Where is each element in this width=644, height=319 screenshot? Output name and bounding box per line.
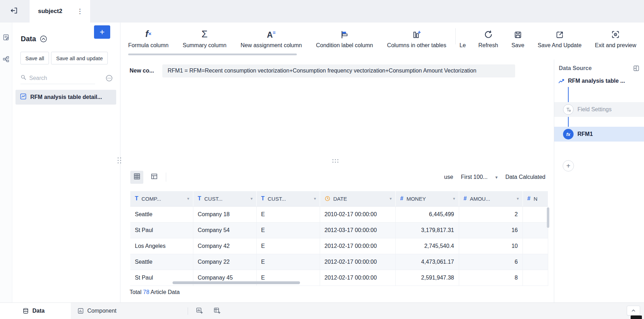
dataset-list-item[interactable]: RFM analysis table detail... [15, 90, 116, 105]
step-field-settings[interactable]: Field Settings [554, 102, 644, 117]
source-table-item[interactable]: RFM analysis table ... [558, 76, 641, 86]
tab-component[interactable]: Component [71, 303, 127, 319]
database-icon [23, 308, 29, 314]
tab-data[interactable]: Data [0, 303, 71, 319]
dataset-item-label: RFM analysis table detail... [30, 94, 102, 100]
table-row: Los AngelesCompany 42E2012-02-17 00:00:0… [130, 238, 548, 254]
chevron-down-icon: ▾ [495, 175, 498, 180]
formula-input[interactable]: RFM1 = RFM=Recent consumption vectorizat… [162, 64, 515, 77]
new-assignment-column-button[interactable]: A= New assignment column [240, 27, 302, 49]
save-and-update-button[interactable]: Save And Update [538, 27, 582, 49]
assignment-icon: A= [267, 27, 276, 39]
table-header-row: TCOMP...▾ TCUST...▾ TCUST...▾ DATE▾ #MON… [130, 191, 548, 206]
bar-chart-icon [77, 308, 84, 314]
condition-label-column-button[interactable]: Condition label column [316, 27, 373, 49]
collapse-bottom-button[interactable] [627, 306, 640, 315]
table-vertical-scrollbar[interactable] [547, 207, 549, 228]
source-table-name: RFM analysis table ... [568, 78, 625, 84]
chevron-down-icon: ▾ [250, 196, 252, 201]
toolbar-actions: Refresh Save Save [479, 27, 636, 49]
edit-toolbar: f× Formula column Σ Summary column A= Ne… [120, 23, 644, 60]
step-connector-line [568, 87, 569, 102]
kebab-menu-icon[interactable]: ⋮ [74, 7, 86, 15]
refresh-button[interactable]: Refresh [479, 27, 498, 49]
document-tab[interactable]: subject2 ⋮ [30, 0, 90, 23]
step-connector-line [568, 117, 569, 127]
calc-status-label: Data Calculated [505, 174, 545, 180]
column-header-company-city[interactable]: TCOMP...▾ [130, 191, 193, 206]
columns-other-tables-button[interactable]: Columns in other tables [387, 27, 446, 49]
chevron-down-icon: ▾ [453, 196, 455, 201]
total-count-line: Total 78 Article Data [130, 289, 180, 295]
table-editor-area: New co... RFM1 = RFM=Recent consumption … [120, 60, 554, 302]
step-rfm1-selected[interactable]: fx RFM1 [554, 127, 644, 142]
panel-layout-icon[interactable] [633, 65, 639, 71]
save-all-button[interactable]: Save all [20, 52, 49, 64]
chevron-down-icon: ▾ [389, 196, 392, 201]
save-icon [514, 27, 522, 39]
column-header-customer[interactable]: TCUST...▾ [193, 191, 256, 206]
column-header-customer-2[interactable]: TCUST...▾ [256, 191, 320, 206]
search-row [20, 72, 113, 84]
chevron-down-icon: ▾ [517, 196, 519, 201]
table-row: SeattleCompany 22E2012-02-17 00:00:004,4… [130, 254, 548, 270]
save-button[interactable]: Save [512, 27, 524, 49]
column-header-amount[interactable]: #AMOU...▾ [459, 191, 523, 206]
formula-step-icon: fx [563, 129, 574, 139]
row-limit-controls: use First 100... ▾ Data Calculated [444, 174, 545, 180]
number-type-icon: # [400, 195, 404, 202]
data-source-title: Data Source [559, 65, 592, 71]
top-bar: subject2 ⋮ [0, 0, 644, 23]
text-type-icon: T [135, 195, 138, 202]
toolbar-divider [455, 28, 456, 44]
save-update-icon [555, 27, 564, 39]
text-type-icon: T [261, 195, 265, 202]
clipped-toolbar-item[interactable]: Le [459, 42, 467, 49]
dataset-edit-icon[interactable] [2, 34, 10, 41]
search-icon [20, 74, 26, 82]
insert-chart-icon[interactable] [196, 307, 203, 314]
chevron-down-icon: ▾ [314, 196, 316, 201]
add-dataset-button[interactable]: + [94, 25, 110, 39]
row-limit-dropdown[interactable]: First 100... ▾ [461, 174, 498, 180]
insert-table-icon[interactable] [213, 307, 221, 314]
exit-and-preview-button[interactable]: Exit and preview [595, 27, 636, 49]
refresh-icon [484, 27, 493, 39]
add-step-button[interactable]: + [563, 160, 574, 171]
data-panel: Data + Save all Save all and update [12, 23, 120, 302]
data-panel-header: Data [21, 33, 48, 44]
bottom-bar-divider [188, 307, 188, 315]
collapse-panel-icon[interactable] [39, 35, 48, 43]
formula-column-button[interactable]: f× Formula column [128, 27, 169, 49]
chevron-down-icon: ▾ [187, 196, 189, 201]
search-field[interactable] [20, 72, 95, 84]
table-row: St PaulCompany 54E2012-03-17 00:00:003,1… [130, 222, 548, 238]
number-type-icon: # [464, 195, 467, 202]
chevron-up-icon [631, 308, 636, 313]
grid-view-toggle[interactable] [130, 171, 143, 184]
app-window: subject2 ⋮ Data + Save all [0, 0, 644, 319]
clock-type-icon [325, 196, 330, 201]
toolbar-scrollbar[interactable] [128, 54, 297, 55]
columns-plus-icon [412, 27, 421, 39]
field-settings-icon [563, 104, 574, 115]
column-header-n-clipped[interactable]: #N [523, 191, 548, 206]
line-chart-icon [558, 78, 565, 85]
column-header-money[interactable]: #MONEY▾ [395, 191, 459, 206]
formula-bar: New co... RFM1 = RFM=Recent consumption … [130, 64, 515, 77]
column-header-date[interactable]: DATE▾ [320, 191, 395, 206]
detail-view-toggle[interactable] [148, 171, 161, 184]
formula-icon: f× [145, 27, 151, 39]
grid-view-icon [133, 173, 140, 181]
pane-resize-handle[interactable] [332, 159, 339, 163]
exit-button[interactable] [8, 5, 20, 18]
search-input[interactable] [29, 75, 86, 81]
summary-column-button[interactable]: Σ Summary column [183, 27, 226, 49]
table-row: SeattleCompany 18E2010-02-17 00:00:006,4… [130, 206, 548, 222]
table-horizontal-scrollbar[interactable] [173, 281, 300, 284]
save-all-and-update-button[interactable]: Save all and update [51, 52, 108, 64]
relationship-icon[interactable] [2, 56, 10, 63]
preview-icon [611, 27, 620, 39]
search-more-icon[interactable] [105, 74, 113, 82]
panel-resize-handle[interactable] [118, 157, 121, 164]
